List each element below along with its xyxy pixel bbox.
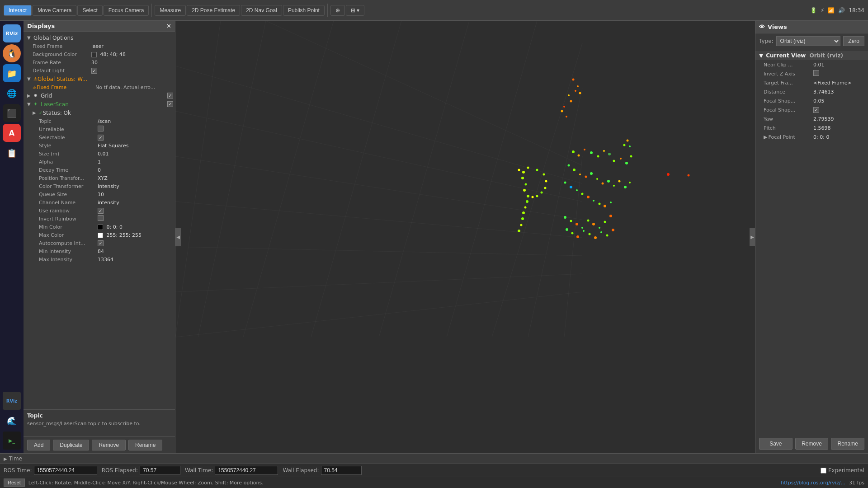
terminal-dock-icon[interactable]: ⬛ xyxy=(3,104,21,122)
ros-time-input[interactable] xyxy=(34,466,97,475)
channel-name-row[interactable]: Channel Name intensity xyxy=(24,198,175,206)
focal-point-row[interactable]: ▶ Focal Point 0; 0; 0 xyxy=(755,132,868,141)
views-type-select[interactable]: Orbit (rviz) xyxy=(776,36,841,46)
nav-goal-button[interactable]: 2D Nav Goal xyxy=(241,5,282,16)
target-frame-row[interactable]: Target Fra... <Fixed Frame> xyxy=(755,78,868,87)
ubuntu-dock-icon[interactable]: 🐧 xyxy=(3,44,21,62)
experimental-checkbox[interactable] xyxy=(821,468,826,474)
terminal-bottom-icon[interactable]: ▶_ xyxy=(3,432,21,450)
laserscan-check[interactable] xyxy=(167,101,173,107)
laserscan-row[interactable]: ▼ ✦ LaserScan xyxy=(24,100,175,108)
global-options-row[interactable]: ▼ Global Options xyxy=(24,33,175,42)
frame-rate-row[interactable]: Frame Rate 30 xyxy=(24,58,175,66)
unreliable-row[interactable]: Unreliable xyxy=(24,125,175,133)
topic-row[interactable]: Topic /scan xyxy=(24,117,175,125)
displays-content[interactable]: ▼ Global Options Fixed Frame laser Backg… xyxy=(24,32,175,409)
default-light-checkbox[interactable] xyxy=(91,68,97,74)
autocompute-check[interactable] xyxy=(98,240,104,246)
fixed-frame-row[interactable]: Fixed Frame laser xyxy=(24,42,175,50)
min-intensity-row[interactable]: Min Intensity 84 xyxy=(24,247,175,255)
views-zero-button[interactable]: Zero xyxy=(843,36,864,46)
global-status-row[interactable]: ▼ ⚠ Global Status: W... xyxy=(24,75,175,83)
use-rainbow-checkbox[interactable] xyxy=(98,208,104,214)
near-clip-row[interactable]: Near Clip ... 0.01 xyxy=(755,60,868,69)
3d-viewport[interactable]: ◀ ▶ xyxy=(175,21,755,453)
measure-button[interactable]: Measure xyxy=(155,5,186,16)
global-fixed-frame-row[interactable]: ⚠ Fixed Frame No tf data. Actual erro... xyxy=(24,83,175,91)
use-rainbow-row[interactable]: Use rainbow xyxy=(24,206,175,215)
right-collapse-handle[interactable]: ▶ xyxy=(750,228,755,246)
focal-shape2-check[interactable] xyxy=(813,107,819,113)
move-camera-button[interactable]: Move Camera xyxy=(33,5,76,16)
yaw-row[interactable]: Yaw 2.79539 xyxy=(755,114,868,123)
style-row[interactable]: Style Flat Squares xyxy=(24,141,175,150)
decay-time-row[interactable]: Decay Time 0 xyxy=(24,166,175,174)
displays-close-button[interactable]: ✕ xyxy=(166,23,171,29)
extra-button-1[interactable]: ⊕ xyxy=(330,5,345,16)
max-color-row[interactable]: Max Color 255; 255; 255 xyxy=(24,231,175,239)
files-dock-icon[interactable]: 📁 xyxy=(3,64,21,82)
duplicate-display-button[interactable]: Duplicate xyxy=(53,440,89,450)
focus-camera-button[interactable]: Focus Camera xyxy=(104,5,149,16)
size-row[interactable]: Size (m) 0.01 xyxy=(24,150,175,158)
pitch-row[interactable]: Pitch 1.5698 xyxy=(755,123,868,132)
rename-display-button[interactable]: Rename xyxy=(128,440,162,450)
laserscan-checkbox[interactable] xyxy=(167,101,173,107)
ros-elapsed-input[interactable] xyxy=(140,466,180,475)
autocompute-checkbox[interactable] xyxy=(98,240,104,246)
select-button[interactable]: Select xyxy=(77,5,102,16)
rename-view-button[interactable]: Rename xyxy=(831,438,864,450)
unreliable-check[interactable] xyxy=(98,126,104,131)
invert-rainbow-check[interactable] xyxy=(98,215,104,221)
invert-rainbow-checkbox[interactable] xyxy=(98,215,104,222)
notes-dock-icon[interactable]: 📋 xyxy=(3,144,21,162)
max-intensity-row[interactable]: Max Intensity 13364 xyxy=(24,255,175,263)
selectable-row[interactable]: Selectable xyxy=(24,133,175,141)
left-collapse-handle[interactable]: ◀ xyxy=(175,228,181,246)
add-display-button[interactable]: Add xyxy=(27,440,50,450)
wall-time-input[interactable] xyxy=(215,466,278,475)
wall-elapsed-input[interactable] xyxy=(321,466,362,475)
publish-point-button[interactable]: Publish Point xyxy=(283,5,325,16)
pos-transform-row[interactable]: Position Transfor... XYZ xyxy=(24,174,175,182)
current-view-header[interactable]: ▼ Current View Orbit (rviz) xyxy=(755,51,868,60)
save-view-button[interactable]: Save xyxy=(759,438,793,450)
grid-row[interactable]: ▶ ⊞ Grid xyxy=(24,91,175,100)
extra-button-2[interactable]: ⊞ ▾ xyxy=(346,5,364,16)
pose-estimate-button[interactable]: 2D Pose Estimate xyxy=(187,5,240,16)
invert-z-row[interactable]: Invert Z Axis xyxy=(755,69,868,78)
default-light-check[interactable] xyxy=(91,68,97,74)
min-color-row[interactable]: Min Color 0; 0; 0 xyxy=(24,223,175,231)
unreliable-checkbox[interactable] xyxy=(98,126,104,133)
focal-shape2-checkbox[interactable] xyxy=(813,107,819,113)
background-color-row[interactable]: Background Color 48; 48; 48 xyxy=(24,50,175,58)
invert-rainbow-row[interactable]: Invert Rainbow xyxy=(24,215,175,223)
reset-button[interactable]: Reset xyxy=(4,479,25,487)
autocompute-row[interactable]: Autocompute Int... xyxy=(24,239,175,247)
color-transformer-row[interactable]: Color Transformer Intensity xyxy=(24,182,175,190)
water-icon[interactable]: 🌊 xyxy=(3,412,21,430)
remove-view-button[interactable]: Remove xyxy=(795,438,829,450)
remove-display-button[interactable]: Remove xyxy=(92,440,126,450)
alpha-row[interactable]: Alpha 1 xyxy=(24,158,175,166)
browser-dock-icon[interactable]: 🌐 xyxy=(3,84,21,102)
interact-button[interactable]: Interact xyxy=(4,5,32,16)
use-rainbow-check[interactable] xyxy=(98,208,104,214)
rviz-dock-icon[interactable]: RViz xyxy=(3,24,21,42)
focal-shape1-row[interactable]: Focal Shap... 0.05 xyxy=(755,96,868,105)
text-dock-icon[interactable]: A xyxy=(3,124,21,142)
rviz-bottom-icon[interactable]: RViz xyxy=(3,392,21,410)
laserscan-status-row[interactable]: ▶ ✓ Status: Ok xyxy=(24,108,175,117)
queue-size-row[interactable]: Queue Size 10 xyxy=(24,190,175,198)
time-expand-arrow[interactable]: ▶ xyxy=(4,456,7,461)
invert-z-check[interactable] xyxy=(813,70,819,76)
selectable-checkbox[interactable] xyxy=(98,135,104,141)
grid-check[interactable] xyxy=(167,93,173,99)
invert-z-checkbox[interactable] xyxy=(813,70,819,77)
distance-row[interactable]: Distance 3.74613 xyxy=(755,87,868,96)
focal-point-arrow[interactable]: ▶ xyxy=(764,134,767,140)
grid-checkbox[interactable] xyxy=(167,93,173,99)
focal-shape2-row[interactable]: Focal Shap... xyxy=(755,105,868,114)
default-light-row[interactable]: Default Light xyxy=(24,66,175,75)
selectable-check[interactable] xyxy=(98,135,104,141)
